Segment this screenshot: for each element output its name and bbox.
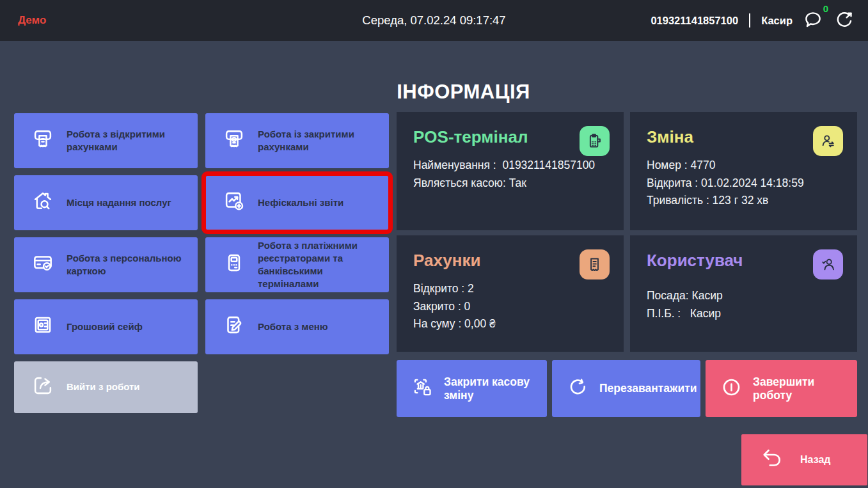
- action-label: Назад: [800, 454, 830, 466]
- card-check-icon: [31, 251, 55, 278]
- menu-item-label: Робота із закритими рахунками: [258, 128, 381, 154]
- menu-item-label: Робота з платіжними реєстраторами та бан…: [258, 239, 381, 291]
- reload-button[interactable]: Перезавантажити: [552, 360, 700, 417]
- main-menu: Робота з відкритими рахунками Робота із …: [14, 113, 389, 413]
- menu-item-label: Вийти з роботи: [67, 381, 140, 393]
- action-label: Завершити роботу: [753, 375, 852, 402]
- shift-card: Зміна Номер : 4770 Відкрита : 01.02.2024…: [630, 112, 857, 230]
- menu-item-menu-management[interactable]: Робота з меню: [205, 299, 389, 354]
- menu-item-nonfiscal-reports[interactable]: Нефіскальні звіти: [205, 175, 389, 230]
- shift-change-icon: [813, 126, 843, 156]
- menu-item-label: Нефіскальні звіти: [258, 196, 343, 209]
- payment-terminal-icon: [222, 251, 246, 278]
- pos-terminal-icon: [580, 126, 610, 156]
- finish-work-button[interactable]: Завершити роботу: [706, 360, 857, 417]
- top-bar: Демо Середа, 07.02.24 09:17:47 019321141…: [0, 0, 868, 41]
- exit-arrow-icon: [31, 374, 55, 401]
- terminal-id-label: 019321141857100: [651, 15, 738, 27]
- topbar-right-cluster: 019321141857100 Касир 0: [651, 9, 855, 33]
- power-circle-icon: [720, 375, 743, 402]
- bank-lock-icon: [411, 375, 434, 402]
- menu-item-exit-work: Вийти з роботи: [14, 361, 198, 413]
- safe-icon: [31, 313, 55, 340]
- back-button[interactable]: Назад: [741, 434, 867, 485]
- receipt-printer-icon: [31, 127, 55, 154]
- close-cash-shift-button[interactable]: Закрити касову зміну: [397, 360, 547, 417]
- shift-duration-line: Тривалість : 123 г 32 хв: [647, 192, 842, 210]
- receipt-list-icon: [580, 249, 610, 279]
- menu-item-payment-registrars[interactable]: Робота з платіжними реєстраторами та бан…: [205, 237, 389, 292]
- user-position-line: Посада: Касир: [647, 287, 842, 305]
- sync-refresh-icon: [833, 9, 855, 33]
- separator: [749, 13, 750, 28]
- user-check-icon: [813, 249, 843, 279]
- refresh-icon: [566, 375, 590, 402]
- chat-unread-badge: 0: [823, 3, 828, 14]
- menu-item-label: Місця надання послуг: [67, 196, 171, 209]
- document-edit-icon: [222, 313, 246, 340]
- chat-bubble-icon: [802, 9, 824, 33]
- chat-button[interactable]: 0: [802, 9, 824, 33]
- undo-arrow-icon: [758, 447, 785, 473]
- menu-item-label: Робота з меню: [258, 320, 328, 333]
- sync-button[interactable]: [833, 9, 855, 33]
- chart-plus-icon: [222, 189, 246, 216]
- pos-name-line: Найменування : 019321141857100: [413, 157, 608, 175]
- menu-item-service-places[interactable]: Місця надання послуг: [14, 175, 198, 230]
- pos-terminal-card: POS-термінал Найменування : 019321141857…: [397, 112, 624, 230]
- menu-item-label: Робота з відкритими рахунками: [67, 128, 190, 154]
- info-cards: POS-термінал Найменування : 019321141857…: [397, 112, 857, 352]
- menu-item-label: Грошовий сейф: [67, 320, 143, 333]
- user-fullname-line: П.І.Б. : Касир: [647, 305, 842, 323]
- pos-is-cashdesk-line: Являється касою: Так: [413, 175, 608, 193]
- user-name-label: Касир: [761, 15, 793, 27]
- shift-number-line: Номер : 4770: [647, 157, 842, 175]
- menu-item-cash-safe[interactable]: Грошовий сейф: [14, 299, 198, 354]
- accounts-open-line: Відкрито : 2: [413, 280, 608, 298]
- receipt-printer-icon: [222, 127, 246, 154]
- user-card: Користувач Посада: Касир П.І.Б. : Касир: [630, 235, 857, 352]
- accounts-sum-line: На суму : 0,00 ₴: [413, 315, 608, 333]
- menu-item-open-accounts[interactable]: Робота з відкритими рахунками: [14, 113, 198, 168]
- action-label: Перезавантажити: [599, 382, 697, 395]
- action-label: Закрити касову зміну: [444, 375, 542, 402]
- shift-opened-line: Відкрита : 01.02.2024 14:18:59: [647, 175, 842, 193]
- accounts-card: Рахунки Відкрито : 2 Закрито : 0 На суму…: [397, 235, 624, 352]
- menu-item-closed-accounts[interactable]: Робота із закритими рахунками: [205, 113, 389, 168]
- accounts-closed-line: Закрито : 0: [413, 298, 608, 316]
- menu-item-label: Робота з персональною карткою: [67, 252, 190, 278]
- pos-info-screen: Демо Середа, 07.02.24 09:17:47 019321141…: [0, 0, 868, 488]
- menu-item-personal-card[interactable]: Робота з персональною карткою: [14, 237, 198, 292]
- house-search-icon: [31, 189, 55, 216]
- page-title: ІНФОРМАЦІЯ: [29, 81, 868, 104]
